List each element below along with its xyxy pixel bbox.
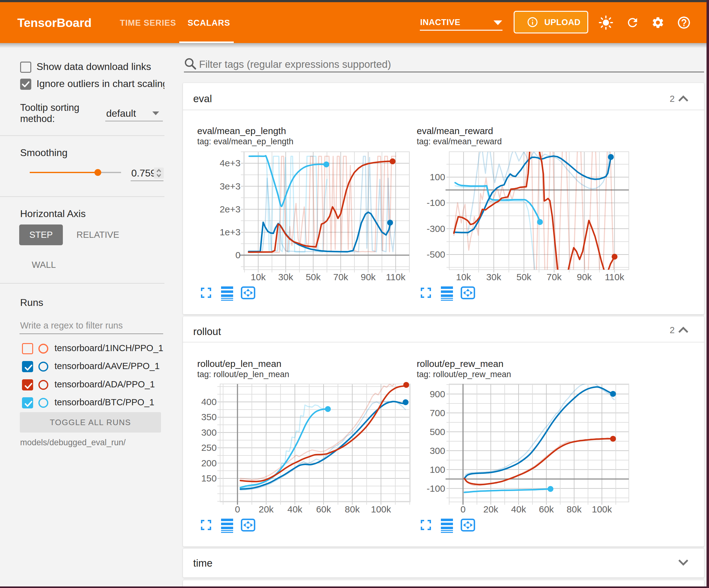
svg-text:110k: 110k xyxy=(605,272,625,282)
svg-text:60k: 60k xyxy=(539,504,554,514)
svg-text:200: 200 xyxy=(201,458,217,468)
svg-text:rollout/ep_rew_mean: rollout/ep_rew_mean xyxy=(417,359,503,369)
svg-text:300: 300 xyxy=(430,445,445,456)
svg-text:60k: 60k xyxy=(316,504,331,514)
svg-text:250: 250 xyxy=(201,442,217,453)
svg-text:500: 500 xyxy=(430,427,445,437)
svg-text:10k: 10k xyxy=(251,272,266,282)
svg-text:700: 700 xyxy=(430,408,445,418)
svg-text:rollout/ep_len_mean: rollout/ep_len_mean xyxy=(197,359,282,369)
svg-text:50k: 50k xyxy=(517,272,532,282)
svg-text:30k: 30k xyxy=(278,272,293,282)
svg-text:900: 900 xyxy=(430,389,445,399)
svg-text:0: 0 xyxy=(461,504,466,514)
svg-text:eval/mean_ep_length: eval/mean_ep_length xyxy=(197,126,286,136)
svg-text:110k: 110k xyxy=(386,272,406,282)
svg-text:300: 300 xyxy=(201,427,217,437)
svg-text:40k: 40k xyxy=(287,504,303,514)
svg-text:0: 0 xyxy=(235,250,241,260)
svg-text:3e+3: 3e+3 xyxy=(219,181,241,191)
svg-text:100: 100 xyxy=(430,172,445,182)
svg-text:80k: 80k xyxy=(345,504,360,514)
svg-text:tag: rollout/ep_rew_mean: tag: rollout/ep_rew_mean xyxy=(417,370,511,379)
svg-text:70k: 70k xyxy=(333,272,348,282)
svg-text:-100: -100 xyxy=(427,198,445,208)
svg-text:70k: 70k xyxy=(547,272,562,282)
svg-text:100k: 100k xyxy=(592,504,612,514)
svg-text:eval/mean_reward: eval/mean_reward xyxy=(417,126,493,136)
svg-text:20k: 20k xyxy=(259,504,274,514)
svg-text:50k: 50k xyxy=(306,272,321,282)
svg-text:80k: 80k xyxy=(567,504,582,514)
svg-text:90k: 90k xyxy=(361,272,376,282)
svg-text:-300: -300 xyxy=(427,224,445,234)
svg-text:1e+3: 1e+3 xyxy=(219,227,241,237)
svg-text:40k: 40k xyxy=(511,504,526,514)
svg-text:150: 150 xyxy=(201,473,217,483)
svg-text:tag: rollout/ep_len_mean: tag: rollout/ep_len_mean xyxy=(197,370,289,379)
svg-text:400: 400 xyxy=(201,397,217,407)
svg-text:0: 0 xyxy=(235,504,240,514)
svg-text:UPLOAD: UPLOAD xyxy=(544,18,580,27)
svg-text:10k: 10k xyxy=(456,272,471,282)
svg-text:tag: eval/mean_reward: tag: eval/mean_reward xyxy=(417,137,502,146)
svg-text:4e+3: 4e+3 xyxy=(219,158,241,168)
svg-text:90k: 90k xyxy=(577,272,592,282)
svg-text:20k: 20k xyxy=(483,504,498,514)
svg-text:100: 100 xyxy=(430,464,445,475)
svg-text:-500: -500 xyxy=(427,249,445,259)
svg-text:350: 350 xyxy=(201,412,217,422)
svg-text:2e+3: 2e+3 xyxy=(219,204,241,214)
svg-text:30k: 30k xyxy=(487,272,502,282)
svg-text:-100: -100 xyxy=(427,483,445,493)
svg-text:100k: 100k xyxy=(371,504,391,514)
svg-text:tag: eval/mean_ep_length: tag: eval/mean_ep_length xyxy=(197,137,293,146)
